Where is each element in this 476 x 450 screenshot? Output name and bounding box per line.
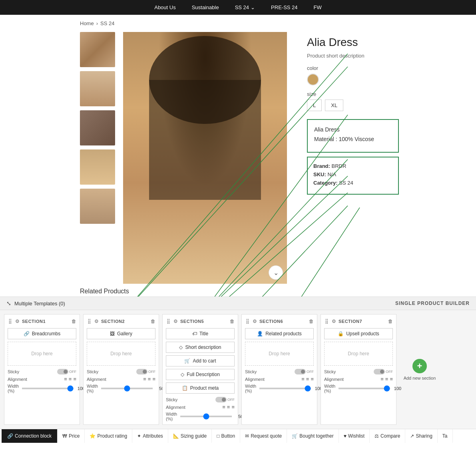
section5-settings-btn[interactable]: ⚙ bbox=[173, 318, 179, 325]
align-left-btn[interactable]: ≡ bbox=[64, 376, 67, 382]
section1-align-row: Alignment ≡ ≡ ≡ bbox=[8, 376, 76, 382]
add-to-cart-block-btn[interactable]: 🛒 Add to cart bbox=[166, 355, 235, 366]
nav-fw[interactable]: FW bbox=[314, 4, 322, 10]
short-desc-block-btn[interactable]: ◇ Short description bbox=[166, 342, 235, 353]
tab-btn[interactable]: Ta bbox=[438, 429, 453, 443]
cart-icon: 🛒 bbox=[184, 358, 190, 364]
section1-sticky-toggle[interactable]: OFF bbox=[57, 369, 76, 374]
section6-drag-btn[interactable]: ⣿ bbox=[245, 318, 250, 325]
section6-width-row: Width (%) 100 bbox=[245, 384, 314, 393]
link-icon: 🔗 bbox=[24, 331, 30, 337]
section2-drag-btn[interactable]: ⣿ bbox=[87, 318, 92, 325]
chevron-down-button[interactable]: ⌄ bbox=[269, 265, 283, 280]
product-meta-block-btn[interactable]: 📋 Product meta bbox=[166, 382, 235, 394]
section1-settings-btn[interactable]: ⚙ bbox=[14, 318, 20, 325]
breadcrumb-home[interactable]: Home bbox=[80, 20, 94, 26]
section2-align-right[interactable]: ≡ bbox=[152, 376, 155, 382]
section2-drop-zone[interactable]: Drop here bbox=[87, 342, 155, 366]
title-block-btn[interactable]: 🏷 Title bbox=[166, 328, 235, 339]
align-right-btn[interactable]: ≡ bbox=[73, 376, 76, 382]
main-product-image: ⌄ bbox=[123, 32, 287, 284]
sizing-guide-btn[interactable]: 📐 Sizing guide bbox=[168, 429, 212, 443]
section6-settings-btn[interactable]: ⚙ bbox=[252, 318, 258, 325]
section7-header: ⣿ ⚙ SECTION7 🗑 bbox=[324, 318, 393, 325]
section2-align-left[interactable]: ≡ bbox=[143, 376, 146, 382]
bought-together-btn[interactable]: 🛒 Bought together bbox=[287, 429, 339, 443]
sharing-btn[interactable]: ↗ Sharing bbox=[405, 429, 437, 443]
connection-block-btn[interactable]: 🔗 Connection block bbox=[2, 429, 58, 443]
short-desc-icon: ◇ bbox=[179, 344, 183, 350]
size-xl[interactable]: XL bbox=[325, 100, 343, 111]
wishlist-btn[interactable]: ♥ Wishlist bbox=[339, 429, 370, 443]
attributes-btn[interactable]: ✦ Attributes bbox=[132, 429, 168, 443]
section5-align-right[interactable]: ≡ bbox=[231, 404, 235, 410]
section6-align-right[interactable]: ≡ bbox=[311, 376, 314, 382]
section7-align-left[interactable]: ≡ bbox=[380, 376, 384, 382]
section7-drop-zone[interactable]: Drop here bbox=[324, 342, 393, 366]
breadcrumb: Home › SS 24 bbox=[0, 15, 476, 32]
section6-width-slider[interactable] bbox=[259, 388, 311, 389]
size-l[interactable]: L bbox=[307, 100, 322, 111]
nav-sustainable[interactable]: Sustainable bbox=[192, 4, 219, 10]
section2-sticky-toggle[interactable]: OFF bbox=[136, 369, 155, 374]
section7-align-right[interactable]: ≡ bbox=[390, 376, 393, 382]
sku-label: SKU: bbox=[313, 171, 326, 177]
upsell-block-btn[interactable]: 🔒 Upsell products bbox=[324, 328, 393, 339]
section1-drag-btn[interactable]: ⣿ bbox=[8, 318, 13, 325]
align-center-btn[interactable]: ≡ bbox=[69, 376, 72, 382]
section6-drop-zone[interactable]: Drop here bbox=[245, 342, 314, 366]
section1-drop-zone[interactable]: Drop here bbox=[8, 342, 76, 366]
section2-delete-btn[interactable]: 🗑 bbox=[151, 319, 155, 324]
section5-align-center[interactable]: ≡ bbox=[227, 404, 230, 410]
section6-align-left[interactable]: ≡ bbox=[301, 376, 305, 382]
section2-width-slider[interactable] bbox=[101, 388, 153, 389]
section6-sticky-row: Sticky OFF bbox=[245, 369, 314, 374]
section5-drag-btn[interactable]: ⣿ bbox=[166, 318, 171, 325]
price-btn[interactable]: ₩ Price bbox=[58, 429, 85, 443]
section5-width-slider[interactable] bbox=[180, 416, 232, 417]
add-section-card[interactable]: + Add new section bbox=[400, 314, 440, 425]
gallery-block-btn[interactable]: 🖼 Gallery bbox=[87, 328, 155, 339]
section7-sticky-toggle[interactable]: OFF bbox=[374, 369, 393, 374]
section1-width-slider[interactable] bbox=[22, 388, 74, 389]
section7-delete-btn[interactable]: 🗑 bbox=[388, 319, 393, 324]
section2-settings-btn[interactable]: ⚙ bbox=[94, 318, 100, 325]
full-desc-block-btn[interactable]: ◇ Full Description bbox=[166, 369, 235, 380]
nav-ss24-label: SS 24 bbox=[235, 4, 249, 10]
section7-drag-btn[interactable]: ⣿ bbox=[324, 318, 329, 325]
thumbnail-4[interactable] bbox=[80, 149, 115, 185]
nav-pre-ss24[interactable]: PRE-SS 24 bbox=[271, 4, 297, 10]
section6-align-center[interactable]: ≡ bbox=[306, 376, 309, 382]
section7-sticky-row: Sticky OFF bbox=[324, 369, 393, 374]
category-value: SS 24 bbox=[339, 180, 353, 186]
related-products-block-btn[interactable]: 👤 Related products bbox=[245, 328, 314, 339]
bought-icon: 🛒 bbox=[292, 433, 298, 439]
thumbnail-3[interactable] bbox=[80, 110, 115, 145]
section6-sticky-toggle[interactable]: OFF bbox=[295, 369, 314, 374]
chevron-down-icon: ⌄ bbox=[251, 4, 255, 10]
section2-align-center[interactable]: ≡ bbox=[148, 376, 151, 382]
product-rating-btn[interactable]: ⭐ Product rating bbox=[85, 429, 132, 443]
thumbnail-2[interactable] bbox=[80, 71, 115, 106]
compare-btn[interactable]: ⚖ Compare bbox=[370, 429, 405, 443]
nav-about-us[interactable]: About Us bbox=[154, 4, 175, 10]
section1-sticky-row: Sticky OFF bbox=[8, 369, 76, 374]
button-btn[interactable]: □ Button bbox=[212, 429, 240, 443]
request-quote-btn[interactable]: ✉ Request quote bbox=[240, 429, 287, 443]
section7-align-center[interactable]: ≡ bbox=[385, 376, 388, 382]
section7-width-row: Width (%) 100 bbox=[324, 384, 393, 393]
section5-sticky-toggle[interactable]: OFF bbox=[215, 397, 235, 402]
nav-ss24[interactable]: SS 24 ⌄ bbox=[235, 4, 255, 10]
thumbnail-1[interactable] bbox=[80, 32, 115, 67]
thumbnail-5[interactable] bbox=[80, 189, 115, 224]
section1-delete-btn[interactable]: 🗑 bbox=[72, 319, 76, 324]
section5-label: SECTION5 bbox=[180, 319, 204, 324]
color-swatch[interactable] bbox=[307, 74, 319, 86]
section6-delete-btn[interactable]: 🗑 bbox=[309, 319, 314, 324]
breadcrumbs-block-btn[interactable]: 🔗 Breadcrumbs bbox=[8, 328, 76, 339]
section5-align-left[interactable]: ≡ bbox=[222, 404, 225, 410]
related-products-label: Related Products bbox=[0, 284, 476, 297]
section7-width-slider[interactable] bbox=[339, 388, 390, 389]
section7-settings-btn[interactable]: ⚙ bbox=[331, 318, 337, 325]
section5-delete-btn[interactable]: 🗑 bbox=[230, 319, 235, 324]
